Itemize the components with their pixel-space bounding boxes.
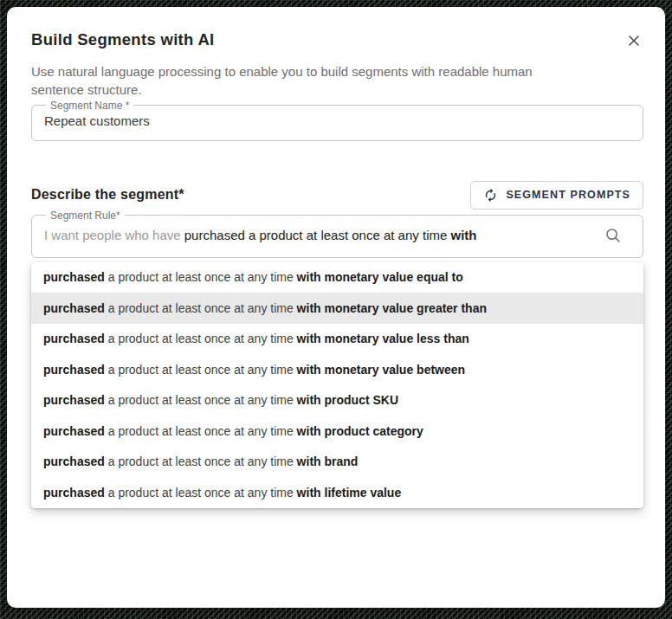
suggestion-qualifier: with product category (297, 424, 423, 438)
suggestion-item[interactable]: purchased a product at least once at any… (31, 293, 643, 324)
suggestion-verb: purchased (43, 486, 105, 500)
suggestion-middle: a product at least once at any time (105, 332, 297, 345)
suggestion-qualifier: with monetary value less than (297, 332, 469, 345)
suggestion-middle: a product at least once at any time (105, 424, 297, 438)
suggestion-verb: purchased (43, 455, 105, 468)
segment-name-field: Segment Name * (31, 100, 643, 141)
suggestion-qualifier: with lifetime value (297, 486, 402, 500)
suggestion-qualifier: with monetary value greater than (297, 301, 487, 315)
rule-typed-text: purchased a product at least once at any… (184, 228, 451, 242)
suggestion-qualifier: with monetary value equal to (297, 270, 463, 284)
suggestion-item[interactable]: purchased a product at least once at any… (31, 324, 643, 355)
suggestion-verb: purchased (43, 332, 105, 345)
suggestion-middle: a product at least once at any time (105, 301, 297, 315)
suggestion-item[interactable]: purchased a product at least once at any… (31, 354, 643, 385)
refresh-icon (483, 188, 498, 203)
suggestion-item[interactable]: purchased a product at least once at any… (31, 447, 643, 478)
segment-name-input[interactable] (42, 112, 632, 140)
suggestion-middle: a product at least once at any time (105, 363, 297, 377)
segment-prompts-label: SEGMENT PROMPTS (506, 189, 630, 201)
segment-prompts-button[interactable]: SEGMENT PROMPTS (470, 181, 643, 210)
suggestion-qualifier: with brand (297, 455, 359, 468)
modal-description: Use natural language processing to enabl… (31, 62, 551, 100)
suggestion-item[interactable]: purchased a product at least once at any… (31, 477, 643, 508)
suggestion-item[interactable]: purchased a product at least once at any… (31, 385, 643, 416)
build-segments-modal: Build Segments with AI Use natural langu… (7, 7, 665, 608)
close-icon (626, 33, 642, 48)
suggestion-verb: purchased (43, 424, 105, 438)
suggestion-qualifier: with product SKU (297, 393, 398, 407)
segment-rule-input[interactable]: I want people who have purchased a produ… (44, 228, 604, 242)
modal-header: Build Segments with AI (31, 30, 643, 50)
search-icon[interactable] (604, 227, 622, 244)
suggestion-verb: purchased (43, 363, 105, 377)
page-title: Build Segments with AI (31, 30, 214, 49)
rule-prefix-text: I want people who have (44, 228, 184, 242)
suggestion-middle: a product at least once at any time (105, 486, 297, 500)
close-button[interactable] (624, 31, 643, 50)
suggestion-middle: a product at least once at any time (105, 270, 297, 284)
segment-rule-field: Segment Rule* I want people who have pur… (31, 210, 643, 258)
suggestion-middle: a product at least once at any time (105, 393, 297, 407)
suggestion-item[interactable]: purchased a product at least once at any… (31, 262, 643, 293)
rule-typed-bold: with (450, 228, 476, 242)
suggestions-dropdown: purchased a product at least once at any… (31, 262, 643, 508)
describe-heading: Describe the segment* (31, 187, 184, 203)
suggestion-verb: purchased (43, 393, 105, 407)
segment-name-label: Segment Name * (46, 100, 133, 112)
segment-rule-row: I want people who have purchased a produ… (42, 222, 632, 257)
suggestion-verb: purchased (43, 301, 105, 315)
suggestion-middle: a product at least once at any time (105, 455, 297, 468)
segment-rule-label: Segment Rule* (46, 210, 125, 222)
suggestion-verb: purchased (43, 270, 105, 284)
describe-row: Describe the segment* SEGMENT PROMPTS (31, 181, 643, 210)
suggestion-qualifier: with monetary value between (297, 363, 466, 377)
suggestion-item[interactable]: purchased a product at least once at any… (31, 416, 643, 447)
